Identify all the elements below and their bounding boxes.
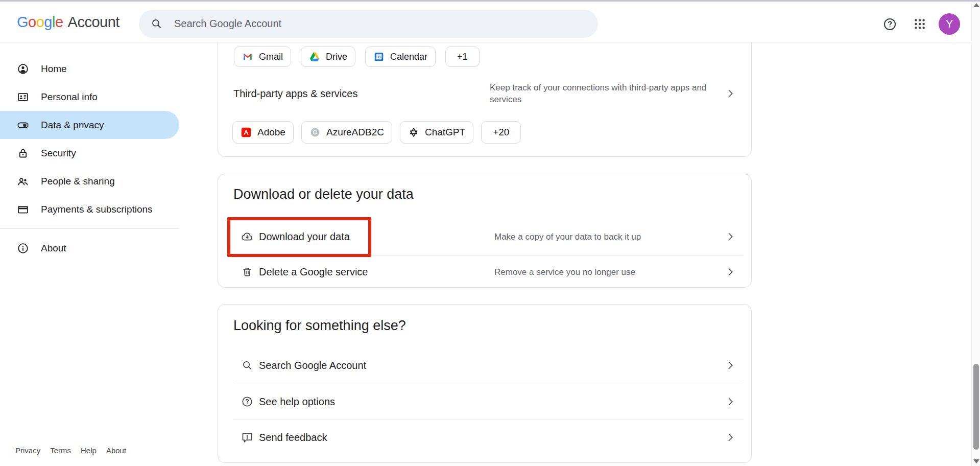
chevron-right-icon: [725, 361, 733, 369]
browser-edge-strip: [0, 0, 980, 2]
row-description: Make a copy of your data to back it up: [494, 231, 714, 243]
trash-icon: [241, 266, 253, 278]
app-header: Google Account Y: [0, 2, 971, 42]
highlight-annotation: [227, 217, 371, 257]
looking-for-something-else-card: Looking for something else? Search Googl…: [218, 304, 752, 463]
sidebar-item-label: Security: [41, 148, 76, 159]
sidebar-item-label: Payments & subscriptions: [41, 204, 153, 215]
sidebar-divider: [0, 228, 179, 229]
credit-card-icon: [17, 203, 29, 216]
card-title: Looking for something else?: [233, 318, 406, 334]
search-input[interactable]: [173, 17, 500, 30]
calendar-day-glyph: 31: [377, 55, 381, 59]
contact-card-icon: [17, 91, 29, 103]
row-see-help-options[interactable]: See help options: [218, 384, 751, 420]
card-title: Download or delete your data: [233, 187, 414, 202]
footer-link-about[interactable]: About: [106, 446, 126, 455]
calendar-icon: 31: [373, 51, 385, 62]
chip-gmail[interactable]: Gmail: [234, 46, 291, 67]
account-search-bar[interactable]: [139, 10, 598, 38]
footer-links: Privacy Terms Help About: [15, 446, 126, 455]
footer-link-terms[interactable]: Terms: [50, 446, 71, 455]
apps-grid-icon: [913, 17, 926, 31]
chip-drive[interactable]: Drive: [301, 46, 355, 67]
third-party-connection-chips: Adobe AzureADB2C: [232, 121, 521, 144]
sidebar-item-label: Data & privacy: [41, 120, 104, 131]
chip-label: Gmail: [259, 52, 283, 62]
question-circle-icon: [241, 395, 253, 408]
feedback-icon: [241, 431, 253, 444]
row-third-party-apps[interactable]: Third-party apps & services Keep track o…: [218, 77, 751, 110]
sidebar-item-label: Personal info: [41, 91, 98, 103]
chip-chatgpt[interactable]: ChatGPT: [400, 121, 473, 144]
people-icon: [17, 175, 29, 188]
chip-more-apps[interactable]: +1: [445, 46, 480, 67]
sidebar-item-personal-info[interactable]: Personal info: [0, 83, 179, 111]
avatar-initial: Y: [946, 17, 953, 31]
row-label: See help options: [259, 396, 335, 408]
chip-label: Calendar: [390, 52, 427, 62]
help-button[interactable]: [881, 16, 898, 32]
person-circle-icon: [17, 63, 29, 75]
chip-calendar[interactable]: 31 Calendar: [365, 46, 436, 67]
row-label: Delete a Google service: [259, 266, 368, 278]
toggle-icon: [17, 119, 29, 131]
gmail-icon: [242, 51, 253, 62]
scroll-down-arrow[interactable]: [973, 459, 979, 463]
scroll-up-arrow[interactable]: [973, 3, 979, 7]
chevron-right-icon: [725, 268, 733, 276]
chip-label: +1: [457, 52, 468, 62]
logo-letter: G: [17, 14, 28, 31]
sidebar-item-label: Home: [41, 63, 67, 75]
scrollbar-thumb[interactable]: [973, 364, 979, 450]
logo-letter: e: [55, 14, 63, 31]
google-account-logo[interactable]: Google Account: [17, 2, 119, 42]
lock-icon: [17, 147, 29, 159]
sidebar-item-home[interactable]: Home: [0, 55, 179, 83]
row-description: Remove a service you no longer use: [494, 266, 714, 278]
chip-more-connections[interactable]: +20: [481, 121, 521, 144]
drive-icon: [309, 51, 320, 62]
chevron-right-icon: [725, 433, 733, 441]
google-apps-grid-button[interactable]: [912, 16, 928, 32]
search-icon: [150, 17, 163, 30]
chatgpt-icon: [408, 127, 419, 138]
sidebar-item-payments-subscriptions[interactable]: Payments & subscriptions: [0, 195, 179, 223]
download-delete-card: Download or delete your data Download yo…: [218, 174, 752, 288]
footer-link-help[interactable]: Help: [81, 446, 97, 455]
azureadb2c-icon: [309, 127, 321, 138]
sidebar-item-data-privacy[interactable]: Data & privacy: [0, 111, 179, 139]
sidebar-nav: Home Personal info: [0, 42, 179, 262]
logo-letter: g: [44, 14, 52, 31]
connected-apps-chips: Gmail Drive 31: [234, 46, 480, 67]
sidebar-item-about[interactable]: About: [0, 234, 179, 262]
row-label: Search Google Account: [259, 360, 366, 371]
chevron-right-icon: [725, 232, 733, 241]
chip-label: Adobe: [257, 127, 285, 138]
row-label: Third-party apps & services: [233, 88, 357, 100]
row-send-feedback[interactable]: Send feedback: [218, 420, 751, 455]
sidebar-item-security[interactable]: Security: [0, 139, 179, 167]
logo-letter: o: [36, 14, 44, 31]
row-description: Keep track of your connections with thir…: [490, 82, 717, 105]
row-search-google-account[interactable]: Search Google Account: [218, 347, 751, 384]
chip-label: +20: [493, 127, 509, 138]
chevron-right-icon: [725, 398, 733, 406]
chip-adobe[interactable]: Adobe: [232, 121, 294, 144]
question-circle-icon: [882, 17, 897, 32]
account-avatar[interactable]: Y: [939, 13, 960, 35]
chip-azureadb2c[interactable]: AzureADB2C: [301, 121, 392, 144]
sidebar-item-label: People & sharing: [41, 176, 115, 187]
footer-link-privacy[interactable]: Privacy: [15, 446, 40, 455]
chip-label: ChatGPT: [425, 127, 465, 138]
logo-letter: o: [28, 14, 36, 31]
chip-label: Drive: [326, 52, 347, 62]
sidebar-item-label: About: [41, 243, 66, 254]
adobe-icon: [241, 127, 252, 138]
sidebar-item-people-sharing[interactable]: People & sharing: [0, 167, 179, 195]
logo-product-name: Account: [68, 14, 119, 31]
third-party-services-card: Gmail Drive 31: [218, 29, 752, 157]
chip-label: AzureADB2C: [326, 127, 384, 138]
search-icon: [241, 359, 253, 371]
row-delete-google-service[interactable]: Delete a Google service Remove a service…: [218, 256, 751, 288]
